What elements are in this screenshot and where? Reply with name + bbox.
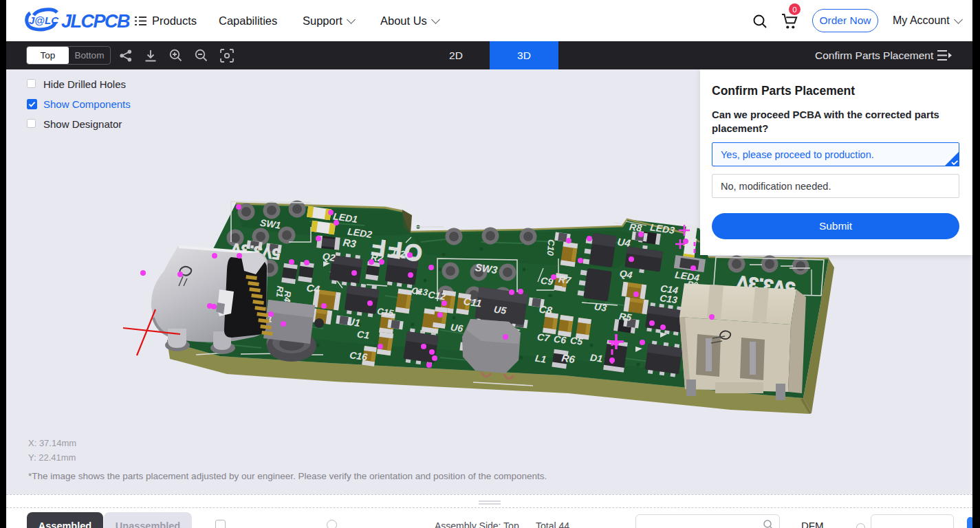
svg-text:C5: C5 (569, 335, 583, 347)
svg-text:U6: U6 (450, 322, 464, 334)
svg-text:C8: C8 (538, 303, 554, 317)
svg-text:U4: U4 (617, 236, 632, 250)
svg-text:U3: U3 (594, 301, 607, 314)
svg-text:R6: R6 (561, 352, 576, 366)
svg-text:C11: C11 (463, 295, 483, 309)
svg-text:C7: C7 (536, 331, 551, 344)
svg-text:R7: R7 (558, 274, 572, 287)
svg-text:U1: U1 (347, 316, 361, 329)
svg-text:C4: C4 (306, 282, 321, 296)
svg-text:L1: L1 (534, 353, 547, 365)
svg-text:C6: C6 (553, 333, 567, 346)
svg-text:Q4: Q4 (619, 267, 633, 280)
svg-text:R3: R3 (342, 236, 358, 250)
svg-text:R4: R4 (282, 290, 293, 303)
svg-text:Q2: Q2 (322, 250, 336, 263)
svg-text:C10: C10 (545, 239, 556, 257)
svg-text:C1: C1 (356, 329, 370, 341)
svg-text:U5: U5 (493, 304, 507, 316)
svg-text:D1: D1 (589, 352, 603, 364)
svg-text:R5: R5 (618, 311, 632, 323)
